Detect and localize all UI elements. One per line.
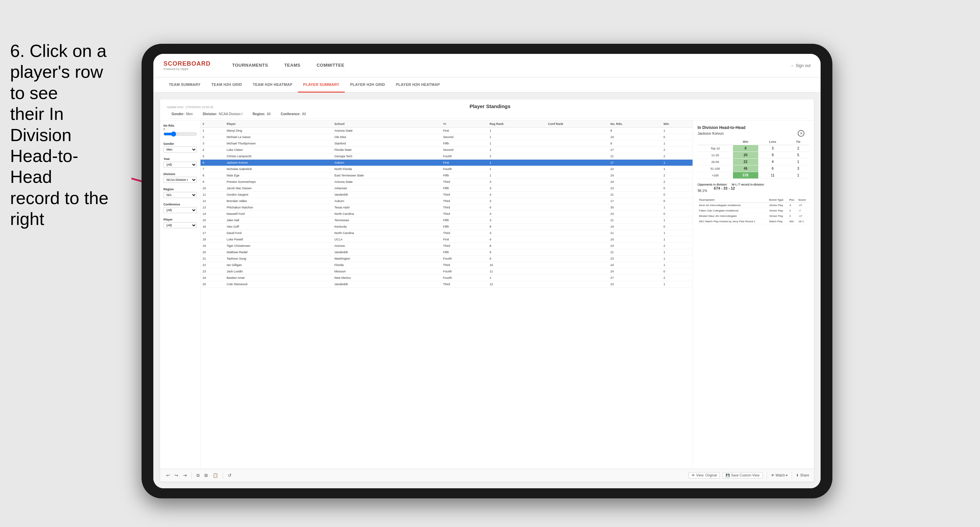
instruction-text: 6. Click on a player's row to see their … (0, 34, 128, 237)
watch-icon: 👁 (771, 473, 775, 477)
table-row[interactable]: 21Taehoon SongWashingtonFourth6231 (200, 256, 692, 262)
h2h-rank-table-body: Top 1083211-25209526-50224151-1004663>10… (698, 145, 809, 179)
table-row[interactable]: 16Alex GoffKentuckyFifth8190 (200, 224, 692, 230)
rounds-range-input[interactable] (164, 131, 197, 137)
sign-out-icon: → (790, 63, 794, 68)
region-select[interactable]: N/A (164, 192, 197, 198)
table-row[interactable]: 2Michael La SassoOle MissSecond1190 (200, 134, 692, 140)
h2h-col-win: Win (733, 139, 758, 145)
tournament-table-body: Amer Ari Intercollegiate InvitationalStr… (698, 203, 809, 224)
save-icon: 💾 (725, 473, 730, 477)
table-row[interactable]: 4Luke ClatonFlorida StateSecond1172 (200, 147, 692, 153)
toolbar-right: 👁 View: Original 💾 Save Custom View 👁 Wa… (689, 472, 809, 479)
table-row[interactable]: 14Maxwell FordNorth CarolinaThird3230 (200, 211, 692, 217)
table-row[interactable]: 5Christo LamprechtGeorgia TechFourth2212 (200, 153, 692, 160)
gender-select[interactable]: Men (164, 146, 197, 152)
table-row[interactable]: 12Brendan VallesAuburnThird3170 (200, 198, 692, 205)
table-row[interactable]: 13Phichakun MaichonTexas A&MThird6301 (200, 205, 692, 211)
tournament-header-row: Tournament Event Type Pos Score (698, 197, 809, 203)
player-table-body: 1Wenyi DingArizona StateFirst1812Michael… (200, 128, 692, 287)
table-row[interactable]: 11Gordon SargentVanderbiltThird4210 (200, 192, 692, 198)
refresh-button[interactable]: ↺ (226, 472, 233, 478)
division-select[interactable]: NCAA Division I (164, 177, 197, 183)
toolbar-sep1 (191, 472, 192, 479)
table-row[interactable]: 6Jackson KoivunAuburnFirst1171 (200, 160, 692, 166)
conference-select[interactable]: (All) (164, 207, 197, 213)
conference-filter: Conference: All (281, 112, 305, 116)
h2h-col-loss: Loss (758, 139, 787, 145)
player-table-area: # Player School Yr Reg Rank Conf Rank No… (200, 121, 692, 469)
save-custom-button[interactable]: 💾 Save Custom View (722, 472, 762, 478)
tab-player-h2h-heatmap[interactable]: PLAYER H2H HEATMAP (391, 78, 445, 93)
rounds-slider: No Rds. 6 (164, 124, 197, 137)
table-row[interactable]: 3Michael ThorbjornsenStanfordFifth181 (200, 140, 692, 147)
toolbar-sep4 (792, 472, 792, 479)
undo-button[interactable]: ↩ (165, 472, 171, 478)
h2h-header-row: In Division Head-to-Head ✕ (698, 125, 809, 130)
nav-committee[interactable]: COMMITTEE (309, 54, 353, 78)
h2h-rank-table: Win Loss Tie Top 1083211-25209526-502241… (698, 139, 809, 179)
filter-panel: No Rds. 6 Gender Men Year (160, 121, 200, 469)
share-button[interactable]: ⬆ Share (796, 473, 809, 477)
nav-tournaments[interactable]: TOURNAMENTS (224, 54, 276, 78)
table-row[interactable]: 22Ian GilliganFloridaThird10241 (200, 262, 692, 268)
player-table: # Player School Yr Reg Rank Conf Rank No… (200, 121, 692, 287)
t-col-pos: Pos (788, 197, 797, 203)
forward-button[interactable]: ⇥ (181, 472, 188, 478)
table-row[interactable]: 9Preston SummerhaysArizona StateThird324… (200, 179, 692, 185)
table-row[interactable]: 15Jake HallTennesseeFifth3211 (200, 217, 692, 224)
tablet-screen: SCOREBOARD Powered by clippd TOURNAMENTS… (153, 54, 821, 488)
h2h-table-header: Win Loss Tie (698, 139, 809, 145)
opponents-section: Opponents in division: W-L-T record in-d… (698, 183, 809, 186)
tab-team-summary[interactable]: TEAM SUMMARY (164, 78, 206, 93)
card-header: Update time: 27/03/2024 16:56:26 Player … (160, 99, 814, 121)
h2h-player-name: Jackson Koivun (698, 131, 809, 135)
h2h-rank-row: 51-1004663 (698, 165, 809, 172)
table-row[interactable]: 8Mats EgeEast Tennessee StateFifth1242 (200, 172, 692, 179)
tab-player-summary[interactable]: PLAYER SUMMARY (298, 78, 345, 93)
watch-button[interactable]: 👁 Watch ▾ (771, 473, 788, 477)
dashboard-card: Update time: 27/03/2024 16:56:26 Player … (160, 99, 814, 481)
tab-team-h2h-heatmap[interactable]: TEAM H2H HEATMAP (247, 78, 298, 93)
table-row[interactable]: 20Matthew RiedelVanderbiltFifth6211 (200, 249, 692, 256)
year-select[interactable]: (All) (164, 162, 197, 168)
tournament-row: SEC Match Play Hosted by Jerry Pate Roun… (698, 219, 809, 224)
opponents-pct: 98.1% (698, 189, 707, 193)
tab-player-h2h-grid[interactable]: PLAYER H2H GRID (345, 78, 391, 93)
table-row[interactable]: 10Jacob Mac DiesenArkansasFifth3230 (200, 185, 692, 192)
tournament-table: Tournament Event Type Pos Score Amer Ari… (698, 197, 809, 224)
copy-button[interactable]: ⧉ (195, 472, 201, 479)
t-col-score: Score (797, 197, 809, 203)
clipboard-button[interactable]: 📋 (211, 472, 220, 478)
tournament-row: Amer Ari Intercollegiate InvitationalStr… (698, 203, 809, 208)
table-row[interactable]: 17David FordNorth CarolinaThird3211 (200, 230, 692, 237)
stats-row: 98.1% 674 - 33 - 12 (698, 186, 809, 194)
table-row[interactable]: 18Luke PowellUCLAFirst4241 (200, 237, 692, 243)
tab-team-h2h-grid[interactable]: TEAM H2H GRID (206, 78, 247, 93)
player-select[interactable]: (All) (164, 222, 197, 228)
table-row[interactable]: 7Nicholas GabrelcikNorth FloridaFourth12… (200, 166, 692, 172)
t-col-tournament: Tournament (698, 197, 768, 203)
redo-button[interactable]: ↪ (173, 472, 180, 478)
main-nav: TOURNAMENTS TEAMS COMMITTEE (224, 54, 790, 78)
table-row[interactable]: 23Jack LundinMissouriFourth11240 (200, 268, 692, 275)
table-row[interactable]: 24Bastien AmatNew MexicoFourth1272 (200, 275, 692, 281)
h2h-rank-row: >100578111 (698, 172, 809, 179)
sign-out-button[interactable]: → Sign out (790, 63, 810, 68)
col-no-rds: No. Rds. (608, 121, 661, 128)
table-row[interactable]: 1Wenyi DingArizona StateFirst181 (200, 128, 692, 134)
paste-button[interactable]: ⊞ (203, 472, 209, 478)
view-original-button[interactable]: 👁 View: Original (689, 472, 720, 478)
table-row[interactable]: 25Cole SherwoodVanderbiltThird12231 (200, 281, 692, 287)
nav-teams[interactable]: TEAMS (276, 54, 309, 78)
t-col-type: Event Type (768, 197, 788, 203)
col-yr: Yr (441, 121, 488, 128)
sub-nav: TEAM SUMMARY TEAM H2H GRID TEAM H2H HEAT… (153, 78, 821, 93)
h2h-close-button[interactable]: ✕ (798, 130, 804, 137)
division-filter: Division: NCAA Division I (203, 112, 243, 116)
h2h-rank-row: Top 10832 (698, 145, 809, 152)
table-row[interactable]: 19Tiger ChristensenArizonaThird8232 (200, 243, 692, 249)
h2h-panel: In Division Head-to-Head ✕ Jackson Koivu… (692, 121, 814, 469)
eye-icon: 👁 (692, 473, 695, 477)
card-body: No Rds. 6 Gender Men Year (160, 121, 814, 469)
